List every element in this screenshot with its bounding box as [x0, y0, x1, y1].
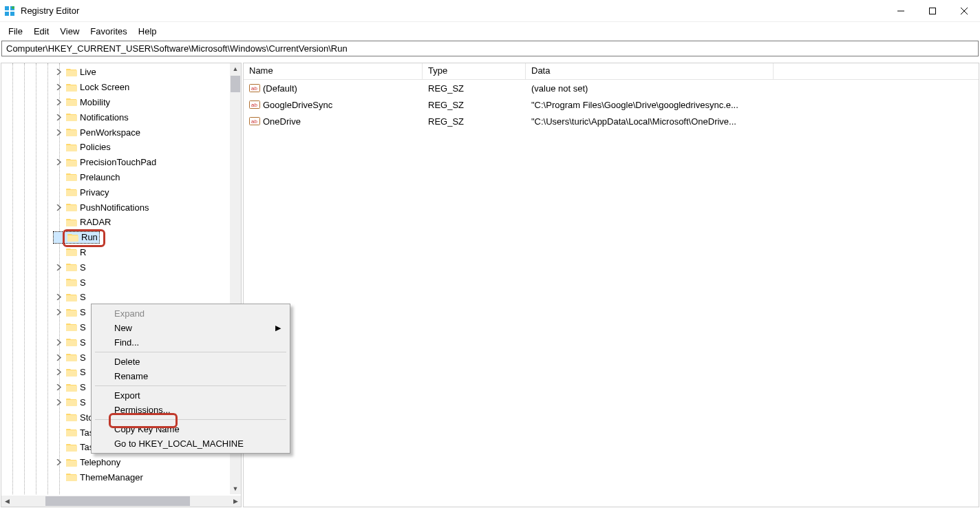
- folder-icon: [66, 112, 77, 123]
- chevron-right-icon[interactable]: [54, 294, 63, 300]
- tree-item-label: S: [80, 262, 86, 273]
- minimize-button[interactable]: [885, 0, 917, 22]
- menu-edit[interactable]: Edit: [28, 23, 54, 39]
- cm-copy-key[interactable]: Copy Key Name: [94, 422, 288, 436]
- menu-help[interactable]: Help: [133, 23, 162, 39]
- cm-export[interactable]: Export: [94, 388, 288, 403]
- address-bar[interactable]: Computer\HKEY_CURRENT_USER\Software\Micr…: [1, 41, 979, 56]
- menu-view[interactable]: View: [54, 23, 85, 39]
- tree-item[interactable]: ThemeManager: [1, 470, 230, 485]
- tree-item[interactable]: Lock Screen: [1, 80, 230, 95]
- menubar: File Edit View Favorites Help: [0, 22, 980, 41]
- tree-item[interactable]: S: [1, 290, 230, 305]
- maximize-button[interactable]: [917, 0, 948, 22]
- cm-permissions[interactable]: Permissions...: [94, 403, 288, 417]
- tree-item[interactable]: Privacy: [1, 184, 230, 200]
- chevron-right-icon[interactable]: [54, 459, 63, 465]
- chevron-right-icon[interactable]: [54, 114, 63, 120]
- scroll-right-icon[interactable]: ▶: [230, 496, 241, 507]
- tree-item[interactable]: Run: [1, 230, 230, 245]
- tree-item[interactable]: Live: [1, 65, 230, 80]
- tree-item-label: PushNotifications: [80, 202, 149, 213]
- tree-item[interactable]: Mobility: [1, 95, 230, 110]
- folder-icon: [66, 202, 77, 213]
- cm-rename[interactable]: Rename: [94, 369, 288, 383]
- string-value-icon: ab: [249, 116, 260, 127]
- tree-item[interactable]: Telephony: [1, 455, 230, 470]
- tree-item-label: PrecisionTouchPad: [80, 157, 156, 167]
- tree-item[interactable]: RADAR: [1, 215, 230, 230]
- scroll-up-icon[interactable]: ▲: [230, 63, 241, 74]
- chevron-right-icon[interactable]: [54, 159, 63, 165]
- svg-text:ab: ab: [251, 102, 257, 108]
- folder-icon: [66, 427, 77, 438]
- tree-item[interactable]: S: [1, 260, 230, 275]
- tree-item-label: Prelaunch: [80, 172, 120, 182]
- chevron-right-icon[interactable]: [54, 339, 63, 346]
- titlebar: Registry Editor: [0, 0, 980, 22]
- cm-goto[interactable]: Go to HKEY_LOCAL_MACHINE: [94, 436, 288, 451]
- folder-icon: [66, 472, 77, 483]
- tree-item[interactable]: R: [1, 245, 230, 260]
- cm-separator: [95, 419, 286, 420]
- chevron-right-icon[interactable]: [54, 384, 63, 390]
- chevron-right-icon[interactable]: [54, 99, 63, 105]
- tree-horizontal-scrollbar[interactable]: ◀ ▶: [1, 496, 241, 507]
- scroll-down-icon[interactable]: ▼: [230, 483, 241, 494]
- tree-item[interactable]: PrecisionTouchPad: [1, 155, 230, 170]
- tree-item-label: PenWorkspace: [80, 127, 140, 138]
- cm-find[interactable]: Find...: [94, 335, 288, 350]
- tree-item[interactable]: PushNotifications: [1, 200, 230, 215]
- col-type[interactable]: Type: [423, 63, 526, 79]
- svg-rect-0: [5, 6, 9, 10]
- list-row[interactable]: ab(Default)REG_SZ(value not set): [244, 80, 979, 96]
- folder-icon: [66, 292, 77, 303]
- close-button[interactable]: [948, 0, 980, 22]
- chevron-right-icon[interactable]: [54, 84, 63, 90]
- cm-new[interactable]: New▶: [94, 321, 288, 335]
- cm-delete[interactable]: Delete: [94, 354, 288, 369]
- tree-item[interactable]: Notifications: [1, 109, 230, 125]
- list-pane: Name Type Data ab(Default)REG_SZ(value n…: [243, 63, 979, 507]
- folder-icon: [66, 307, 77, 318]
- folder-icon: [66, 412, 77, 423]
- scroll-left-icon[interactable]: ◀: [1, 496, 12, 507]
- value-name: (Default): [263, 83, 297, 94]
- menu-file[interactable]: File: [3, 23, 28, 39]
- chevron-right-icon[interactable]: [54, 354, 63, 361]
- tree-item[interactable]: Prelaunch: [1, 170, 230, 185]
- cm-new-label: New: [114, 323, 132, 333]
- tree-item[interactable]: PenWorkspace: [1, 125, 230, 140]
- tree-item[interactable]: S: [1, 275, 230, 290]
- tree-item-label: Notifications: [80, 112, 129, 123]
- chevron-right-icon[interactable]: [54, 369, 63, 375]
- value-name: GoogleDriveSync: [263, 100, 332, 110]
- folder-icon: [66, 142, 77, 153]
- chevron-right-icon[interactable]: [54, 399, 63, 405]
- value-type: REG_SZ: [423, 100, 526, 110]
- folder-icon: [66, 67, 77, 78]
- svg-rect-2: [5, 12, 9, 16]
- chevron-right-icon[interactable]: [54, 129, 63, 136]
- svg-text:ab: ab: [251, 118, 257, 125]
- list-row[interactable]: abGoogleDriveSyncREG_SZ"C:\Program Files…: [244, 96, 979, 113]
- tree-item-label: S: [80, 292, 86, 302]
- chevron-right-icon[interactable]: [54, 204, 63, 211]
- folder-icon: [66, 127, 77, 138]
- value-type: REG_SZ: [423, 116, 526, 127]
- list-row[interactable]: abOneDriveREG_SZ"C:\Users\turic\AppData\…: [244, 113, 979, 129]
- col-data[interactable]: Data: [526, 63, 774, 79]
- chevron-right-icon[interactable]: [54, 309, 63, 315]
- chevron-right-icon[interactable]: [54, 264, 63, 271]
- folder-icon: [66, 382, 77, 393]
- col-name[interactable]: Name: [244, 63, 423, 79]
- folder-icon: [66, 157, 77, 168]
- tree-item[interactable]: Policies: [1, 140, 230, 155]
- chevron-right-icon[interactable]: [54, 69, 63, 75]
- folder-icon: [66, 442, 77, 453]
- menu-favorites[interactable]: Favorites: [85, 23, 132, 39]
- svg-rect-6: [930, 8, 936, 14]
- tree-item-label: ThemeManager: [80, 472, 143, 483]
- folder-icon: [66, 396, 77, 408]
- tree-item-label: Run: [81, 232, 98, 242]
